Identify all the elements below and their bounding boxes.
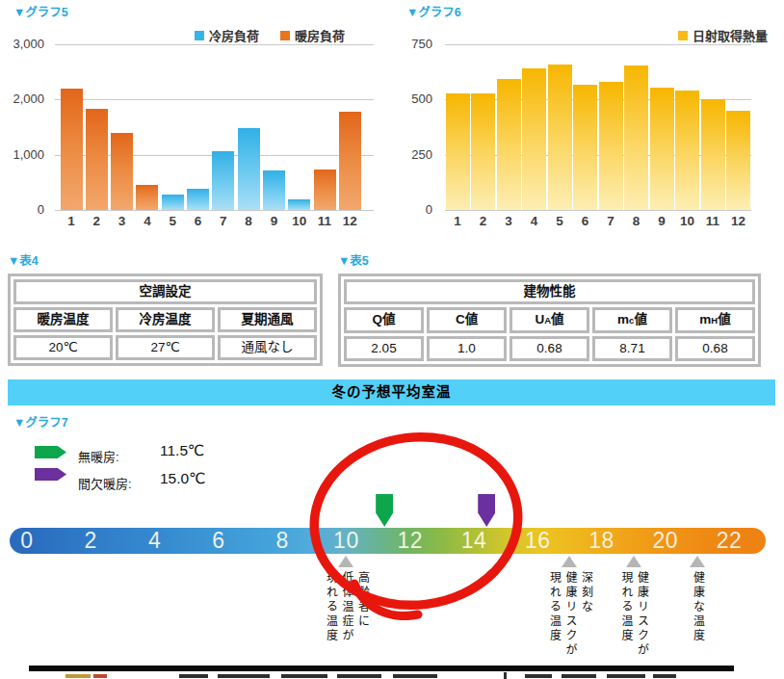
bar-month-10 bbox=[675, 91, 699, 210]
bar-month-2 bbox=[86, 109, 108, 210]
table5-block: ▼表5 建物性能 Q値 C値 UA値 mc値 mH値 2.05 1.0 0.68… bbox=[338, 250, 781, 367]
y-axis-label-1000: 1,000 bbox=[0, 147, 44, 162]
x-axis-label-9: 9 bbox=[271, 214, 278, 228]
y-axis-label-3000: 3,000 bbox=[0, 37, 44, 51]
scale-tick-2: 2 bbox=[85, 528, 97, 554]
legend-item: 冷房負荷 bbox=[195, 26, 259, 44]
x-axis-label-4: 4 bbox=[144, 214, 151, 228]
no-heating-arrow bbox=[376, 494, 393, 527]
x-axis-label-8: 8 bbox=[633, 214, 640, 228]
clipped-text-fragment bbox=[281, 674, 327, 678]
legend-item: 暖房負荷 bbox=[280, 26, 345, 44]
annotation-triangle bbox=[690, 556, 705, 567]
value-summer-vent: 通風なし bbox=[218, 335, 317, 360]
intermittent-heating-legend-marker bbox=[35, 468, 66, 481]
x-axis-label-1: 1 bbox=[67, 214, 75, 228]
legend-swatch bbox=[678, 31, 688, 40]
scale-tick-16: 16 bbox=[525, 528, 551, 554]
annotation-text: 健康な温度 bbox=[689, 571, 706, 643]
graph6-label: ▼グラフ6 bbox=[406, 2, 461, 20]
value-c: 1.0 bbox=[427, 336, 507, 361]
clipped-text-fragment bbox=[607, 674, 645, 678]
column-header-q-value: Q値 bbox=[344, 307, 424, 333]
x-axis-label-9: 9 bbox=[658, 214, 666, 228]
clipped-text-fragment bbox=[393, 674, 437, 678]
intermittent-heating-arrow bbox=[478, 494, 495, 527]
scale-tick-22: 22 bbox=[717, 528, 743, 554]
column-header-summer-vent: 夏期通風 bbox=[218, 307, 317, 332]
graph6-legend: 日射取得熱量 bbox=[678, 26, 768, 44]
x-axis-label-6: 6 bbox=[582, 214, 589, 228]
winter-room-temp-banner: 冬の予想平均室温 bbox=[8, 379, 775, 405]
scale-tick-10: 10 bbox=[333, 528, 359, 554]
x-axis-label-12: 12 bbox=[731, 214, 745, 228]
annotation-triangle bbox=[562, 556, 577, 567]
temperature-gradient-scale: 0246810121416182022 bbox=[10, 528, 766, 554]
report-page: ▼グラフ5 冷房負荷暖房負荷 01,0002,0003,000123456789… bbox=[0, 0, 784, 679]
graph5-legend: 冷房負荷暖房負荷 bbox=[195, 26, 345, 44]
value-q: 2.05 bbox=[344, 336, 424, 361]
bar-month-7 bbox=[599, 82, 623, 210]
value-mc: 8.71 bbox=[592, 336, 672, 361]
scale-tick-0: 0 bbox=[20, 528, 33, 554]
x-axis-label-10: 10 bbox=[292, 214, 306, 228]
table5-title: 建物性能 bbox=[344, 279, 755, 304]
annotation-text: 健康リスクが現れる温度 bbox=[616, 571, 650, 658]
scale-tick-18: 18 bbox=[588, 528, 614, 554]
column-header-mh-value: mH値 bbox=[675, 307, 755, 333]
bar-month-11 bbox=[701, 99, 725, 210]
table-header-row: Q値 C値 UA値 mc値 mH値 bbox=[344, 307, 755, 333]
scale-tick-14: 14 bbox=[461, 528, 487, 554]
y-axis-label-0: 0 bbox=[392, 202, 432, 217]
x-axis-label-11: 11 bbox=[706, 214, 719, 228]
bar-month-6 bbox=[573, 85, 597, 210]
table-value-row: 2.05 1.0 0.68 8.71 0.68 bbox=[344, 336, 755, 361]
value-heating-temp: 20℃ bbox=[13, 335, 113, 360]
column-header-cooling-temp: 冷房温度 bbox=[116, 307, 215, 332]
column-header-ua-value: UA値 bbox=[510, 307, 589, 333]
table4-title: 空調設定 bbox=[13, 279, 317, 304]
x-axis-label-10: 10 bbox=[680, 214, 694, 228]
graph5-block: ▼グラフ5 冷房負荷暖房負荷 01,0002,0003,000123456789… bbox=[0, 0, 392, 236]
scale-tick-6: 6 bbox=[212, 528, 224, 554]
gridline-0 bbox=[55, 210, 374, 211]
x-axis-label-5: 5 bbox=[556, 214, 563, 228]
building-performance-table: 建物性能 Q値 C値 UA値 mc値 mH値 2.05 1.0 0.68 8.7… bbox=[338, 274, 761, 367]
table-header-row: 暖房温度 冷房温度 夏期通風 bbox=[13, 307, 317, 332]
bar-month-3 bbox=[111, 133, 133, 210]
table-value-row: 20℃ 27℃ 通風なし bbox=[13, 335, 317, 360]
x-axis-label-3: 3 bbox=[118, 214, 126, 228]
bar-month-7 bbox=[212, 151, 234, 210]
bar-month-10 bbox=[288, 199, 310, 211]
x-axis-label-12: 12 bbox=[343, 214, 357, 228]
clipped-text-fragment bbox=[525, 674, 552, 678]
y-axis-label-2000: 2,000 bbox=[0, 91, 44, 106]
graph5-plot bbox=[55, 44, 374, 210]
gridline-0 bbox=[445, 210, 751, 211]
clipped-text-fragment bbox=[65, 674, 91, 678]
clipped-text-fragment bbox=[93, 674, 107, 678]
no-heating-legend-value: 11.5℃ bbox=[160, 442, 204, 459]
x-axis-label-8: 8 bbox=[245, 214, 252, 228]
legend-swatch bbox=[280, 31, 290, 40]
graph7-label: ▼グラフ7 bbox=[13, 412, 68, 431]
scale-tick-4: 4 bbox=[148, 528, 161, 554]
gridline-3000 bbox=[55, 44, 374, 45]
graph5-label: ▼グラフ5 bbox=[13, 2, 68, 20]
bar-month-5 bbox=[162, 195, 184, 210]
clipped-text-separator bbox=[504, 672, 507, 679]
x-axis-label-1: 1 bbox=[454, 214, 461, 228]
table-title-row: 建物性能 bbox=[344, 279, 755, 304]
no-heating-legend-label: 無暖房: bbox=[78, 447, 119, 465]
y-axis-label-250: 250 bbox=[392, 147, 432, 162]
bar-month-2 bbox=[471, 93, 495, 211]
aircon-settings-table: 空調設定 暖房温度 冷房温度 夏期通風 20℃ 27℃ 通風なし bbox=[8, 274, 323, 366]
legend-item: 日射取得熱量 bbox=[678, 26, 768, 44]
scale-tick-8: 8 bbox=[275, 528, 288, 554]
clipped-text-fragment bbox=[653, 674, 676, 678]
value-mh: 0.68 bbox=[675, 336, 755, 361]
table-title-row: 空調設定 bbox=[13, 279, 317, 304]
legend-swatch bbox=[195, 31, 204, 40]
annotation-triangle bbox=[626, 556, 641, 567]
bar-month-1 bbox=[61, 89, 83, 210]
